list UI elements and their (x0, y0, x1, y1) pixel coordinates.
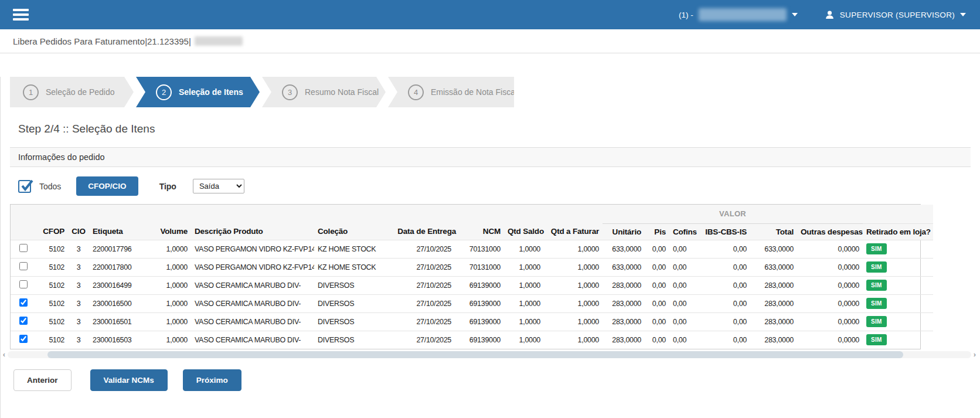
cell-ncm: 69139000 (460, 312, 504, 331)
cell-unitario: 283,0000 (603, 294, 645, 312)
cell-qtd-faturar: 1,0000 (544, 312, 603, 331)
cell-ibs-cbs-is: 0,00 (700, 276, 750, 294)
scroll-right-icon[interactable]: › (971, 351, 978, 359)
cell-descricao: VASO CERAMICA MARUBO DIV- (191, 312, 314, 331)
cell-total: 283,0000 (750, 276, 797, 294)
cell-colecao: DIVERSOS (314, 331, 383, 349)
cell-qtd-faturar: 1,0000 (544, 240, 603, 258)
breadcrumb: Libera Pedidos Para Faturamento|21.12339… (0, 29, 980, 53)
valor-group-header: VALOR (603, 205, 863, 223)
cell-retirado: SIM (863, 331, 933, 349)
table-group-header-row: VALOR (11, 205, 933, 223)
cell-pis: 0,00 (645, 312, 669, 331)
row-checkbox[interactable] (19, 317, 28, 325)
retirado-badge: SIM (866, 243, 887, 254)
step-selecao-de-itens[interactable]: 2 Seleção de Itens (136, 77, 260, 107)
todos-label: Todos (39, 182, 61, 191)
cell-unitario: 633,0000 (603, 240, 645, 258)
cell-pis: 0,00 (645, 258, 669, 276)
cell-outras-despesas: 0,0000 (797, 240, 863, 258)
scrollbar-track[interactable] (8, 351, 971, 358)
cfop-cio-button[interactable]: CFOP/CIO (76, 176, 138, 196)
cell-qtd-faturar: 1,0000 (544, 258, 603, 276)
check-icon (20, 179, 34, 193)
row-checkbox[interactable] (19, 335, 28, 343)
step-selecao-de-pedido[interactable]: 1 Seleção de Pedido (10, 77, 134, 107)
col-descricao: Descrição Produto (191, 223, 314, 240)
scrollbar-thumb[interactable] (47, 351, 903, 358)
cell-qtd-saldo: 1,0000 (504, 240, 544, 258)
col-colecao: Coleção (314, 223, 383, 240)
cell-cfop: 5102 (36, 240, 68, 258)
col-pis: Pis (645, 223, 669, 240)
table-body: 5102 3 2200017796 1,0000 VASO PERGAMON V… (11, 240, 933, 349)
cell-checkbox (11, 331, 36, 349)
proximo-button[interactable]: Próximo (183, 369, 241, 391)
cell-data-entrega: 27/10/2025 (383, 331, 460, 349)
cell-qtd-saldo: 1,0000 (504, 276, 544, 294)
cell-descricao: VASO PERGAMON VIDRO KZ-FVP149 (191, 240, 314, 258)
col-retirado-em-loja: Retirado em loja? (863, 223, 933, 240)
cell-retirado: SIM (863, 276, 933, 294)
cell-checkbox (11, 240, 36, 258)
row-checkbox[interactable] (19, 262, 28, 270)
cell-descricao: VASO CERAMICA MARUBO DIV- (191, 276, 314, 294)
col-etiqueta: Etiqueta (89, 223, 145, 240)
cell-checkbox (11, 276, 36, 294)
store-selector[interactable]: (1) - (679, 8, 798, 21)
row-checkbox[interactable] (19, 244, 28, 252)
row-checkbox[interactable] (19, 280, 28, 288)
cell-descricao: VASO CERAMICA MARUBO DIV- (191, 331, 314, 349)
cell-cio: 3 (68, 294, 89, 312)
cell-ncm: 70131000 (460, 258, 504, 276)
cell-etiqueta: 2300016500 (89, 294, 145, 312)
cell-etiqueta: 2200017796 (89, 240, 145, 258)
cell-ibs-cbs-is: 0,00 (700, 258, 750, 276)
cell-pis: 0,00 (645, 240, 669, 258)
chevron-down-icon (792, 13, 798, 16)
cell-outras-despesas: 0,0000 (797, 312, 863, 331)
retirado-badge: SIM (866, 334, 887, 345)
col-data-entrega: Data de Entrega (383, 223, 460, 240)
row-checkbox[interactable] (19, 298, 28, 307)
cell-volume: 1,0000 (145, 312, 191, 331)
todos-checkbox[interactable] (18, 180, 31, 193)
user-menu[interactable]: SUPERVISOR (SUPERVISOR) (825, 10, 966, 20)
cell-ibs-cbs-is: 0,00 (700, 240, 750, 258)
retirado-badge: SIM (866, 298, 887, 309)
tipo-select[interactable]: Saída (193, 179, 244, 193)
cell-cfop: 5102 (36, 331, 68, 349)
step-resumo-nota-fiscal[interactable]: 3 Resumo Nota Fiscal (262, 77, 386, 107)
table-row: 5102 3 2300016500 1,0000 VASO CERAMICA M… (11, 294, 933, 312)
cell-unitario: 283,0000 (603, 331, 645, 349)
validar-ncms-button[interactable]: Validar NCMs (90, 369, 168, 391)
redacted-store-name (699, 8, 787, 21)
cell-volume: 1,0000 (145, 258, 191, 276)
cell-data-entrega: 27/10/2025 (383, 276, 460, 294)
cell-outras-despesas: 0,0000 (797, 294, 863, 312)
col-cofins: Cofins (669, 223, 700, 240)
cell-ncm: 70131000 (460, 240, 504, 258)
col-outras-despesas: Outras despesas (797, 223, 863, 240)
step-label: Emissão de Nota Fiscal (431, 87, 517, 97)
col-checkbox (11, 223, 36, 240)
store-prefix: (1) - (679, 11, 693, 19)
cell-qtd-faturar: 1,0000 (544, 276, 603, 294)
anterior-button[interactable]: Anterior (13, 369, 72, 391)
cell-etiqueta: 2200017800 (89, 258, 145, 276)
cell-checkbox (11, 294, 36, 312)
step-label: Resumo Nota Fiscal (305, 87, 379, 97)
action-buttons: Anterior Validar NCMs Próximo (13, 369, 980, 391)
cell-qtd-saldo: 1,0000 (504, 258, 544, 276)
menu-hamburger-icon[interactable] (13, 9, 29, 21)
cell-retirado: SIM (863, 240, 933, 258)
step-emissao-de-nota-fiscal[interactable]: 4 Emissão de Nota Fiscal (388, 77, 514, 107)
scroll-left-icon[interactable]: ‹ (1, 351, 8, 359)
cell-cofins: 0,00 (669, 312, 700, 331)
cell-unitario: 283,0000 (603, 276, 645, 294)
cell-checkbox (11, 312, 36, 331)
cell-outras-despesas: 0,0000 (797, 276, 863, 294)
cell-qtd-saldo: 1,0000 (504, 294, 544, 312)
cell-cofins: 0,00 (669, 294, 700, 312)
cell-colecao: KZ HOME STOCK (314, 240, 383, 258)
